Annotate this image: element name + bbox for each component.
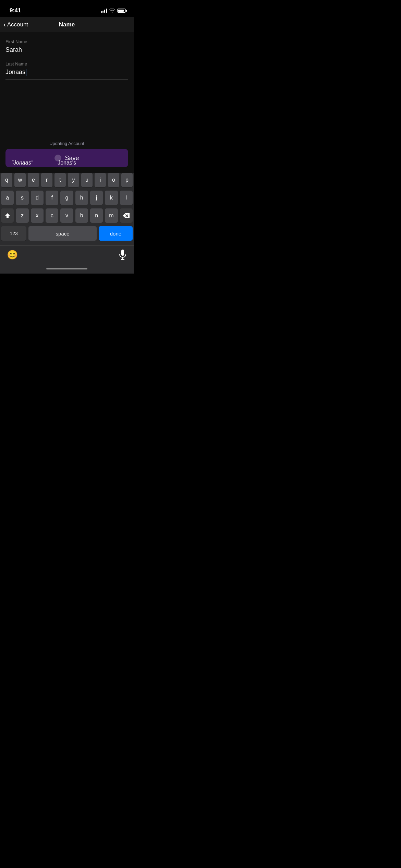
microphone-icon[interactable] [119, 250, 127, 261]
key-a[interactable]: a [1, 191, 14, 205]
last-name-label: Last Name [5, 61, 128, 67]
autocorrect-option-1[interactable]: "Jonaas" [0, 155, 45, 170]
last-name-value[interactable]: Jonaas [5, 69, 128, 80]
svg-rect-0 [121, 250, 124, 256]
key-r[interactable]: r [41, 173, 52, 187]
home-bar [46, 268, 87, 269]
nav-bar: ‹ Account Name [0, 17, 134, 32]
first-name-field[interactable]: First Name Sarah [5, 39, 128, 57]
last-name-field[interactable]: Last Name Jonaas [5, 61, 128, 80]
key-d[interactable]: d [31, 191, 44, 205]
key-v[interactable]: v [60, 208, 73, 223]
page-title: Name [59, 21, 75, 28]
key-p[interactable]: p [121, 173, 133, 187]
signal-icon [101, 9, 107, 13]
autocorrect-option-3[interactable] [89, 155, 134, 170]
key-space[interactable]: space [28, 226, 96, 241]
key-shift[interactable] [1, 208, 14, 223]
key-o[interactable]: o [108, 173, 119, 187]
back-label: Account [7, 21, 28, 28]
first-name-label: First Name [5, 39, 128, 44]
wifi-icon [109, 9, 115, 13]
key-n[interactable]: n [90, 208, 103, 223]
key-k[interactable]: k [105, 191, 118, 205]
key-f[interactable]: f [46, 191, 58, 205]
key-b[interactable]: b [75, 208, 88, 223]
form-area: First Name Sarah Last Name Jonaas [0, 32, 134, 80]
home-indicator [0, 264, 134, 274]
status-time: 9:41 [10, 7, 21, 14]
text-cursor [26, 69, 26, 76]
backspace-icon [123, 213, 130, 218]
key-s[interactable]: s [16, 191, 28, 205]
bottom-bar: 😊 [0, 245, 134, 264]
key-w[interactable]: w [14, 173, 26, 187]
key-g[interactable]: g [60, 191, 73, 205]
keyboard-row-4: 123 space done [1, 226, 133, 241]
first-name-value[interactable]: Sarah [5, 46, 128, 57]
keyboard-row-2: a s d f g h j k l [1, 191, 133, 205]
key-x[interactable]: x [31, 208, 44, 223]
key-h[interactable]: h [75, 191, 88, 205]
key-y[interactable]: y [68, 173, 79, 187]
autocorrect-option-2[interactable]: Jonas's [45, 155, 89, 170]
status-icons [101, 9, 127, 13]
keyboard-row-1: q w e r t y u i o p [1, 173, 133, 187]
updating-status: Updating Account [5, 141, 128, 146]
key-i[interactable]: i [95, 173, 106, 187]
chevron-left-icon: ‹ [3, 21, 6, 28]
battery-icon [117, 9, 127, 13]
key-numbers[interactable]: 123 [1, 226, 26, 241]
key-done[interactable]: done [99, 226, 133, 241]
key-z[interactable]: z [16, 208, 28, 223]
key-l[interactable]: l [120, 191, 133, 205]
shift-icon [4, 213, 11, 219]
key-c[interactable]: c [46, 208, 58, 223]
key-m[interactable]: m [105, 208, 118, 223]
keyboard: q w e r t y u i o p a s d f g h j k l z … [0, 170, 134, 245]
key-j[interactable]: j [90, 191, 103, 205]
back-button[interactable]: ‹ Account [3, 21, 28, 28]
keyboard-row-3: z x c v b n m [1, 208, 133, 223]
key-e[interactable]: e [28, 173, 39, 187]
autocorrect-bar: "Jonaas" Jonas's [0, 155, 134, 170]
key-u[interactable]: u [81, 173, 93, 187]
key-q[interactable]: q [1, 173, 12, 187]
status-bar: 9:41 [0, 0, 134, 17]
key-backspace[interactable] [120, 208, 133, 223]
emoji-button[interactable]: 😊 [7, 250, 18, 260]
key-t[interactable]: t [54, 173, 66, 187]
